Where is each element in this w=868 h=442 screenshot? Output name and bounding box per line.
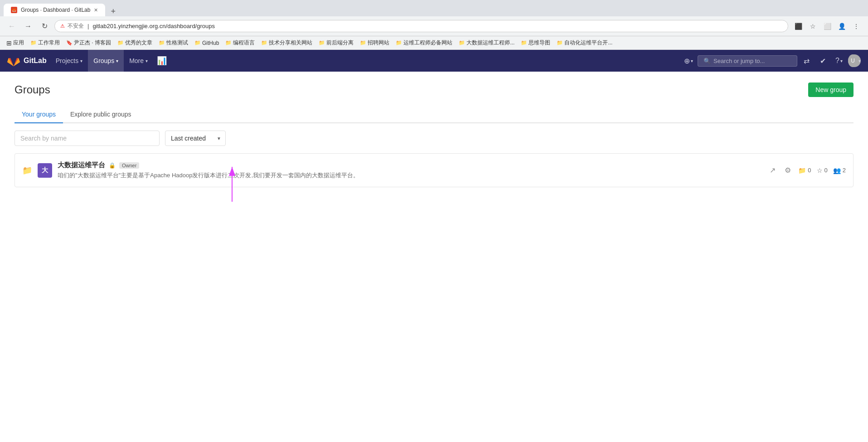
new-tab-button[interactable]: + [107, 7, 119, 16]
menu-button[interactable]: ⋮ [850, 20, 863, 33]
group-name: 大数据运维平台 [58, 161, 105, 170]
filter-bar: Last created Name Oldest created [15, 131, 853, 146]
bookmark-autoops[interactable]: 📁 自动化运维平台开... [554, 38, 615, 48]
bookmark-frontend[interactable]: 📁 前后端分离 [316, 38, 356, 48]
new-group-button[interactable]: New group [808, 83, 853, 97]
sort-dropdown[interactable]: Last created Name Oldest created [165, 131, 226, 146]
main-content: Groups New group Your groups Explore pub… [0, 72, 868, 202]
translate-button[interactable]: ⬛ [792, 20, 805, 33]
activity-icon[interactable]: 📊 [157, 56, 167, 66]
bookmarks-bar: ⊞ 应用 📁 工作常用 🔖 尹正杰 · 博客园 📁 优秀的文章 📁 性格测试 📁… [0, 36, 868, 50]
projects-stat: 📁 0 [798, 167, 811, 174]
tab-title: Groups · Dashboard · GitLab [21, 7, 90, 13]
tab-explore-public[interactable]: Explore public groups [63, 106, 139, 123]
nav-icons-right: ⊕ ▾ 🔍 ⇄ ✔ ? ▾ U ▾ [681, 53, 861, 68]
bookmark-personality[interactable]: 📁 性格测试 [156, 38, 191, 48]
bookmark-tech[interactable]: 📁 技术分享相关网站 [258, 38, 315, 48]
bookmark-ops[interactable]: 📁 运维工程师必备网站 [393, 38, 455, 48]
lock-icon: 🔒 [109, 162, 116, 169]
forward-button[interactable]: → [22, 20, 34, 33]
search-input[interactable] [713, 58, 791, 64]
gitlab-logo-icon [7, 54, 20, 67]
more-menu[interactable]: More ▾ [124, 50, 153, 72]
browser-toolbar: ← → ↻ ⚠ 不安全 | gitlab201.yinzhengjie.org.… [0, 16, 868, 36]
todos-button[interactable]: ✔ [815, 53, 830, 68]
bookmark-button[interactable]: ☆ [806, 20, 819, 33]
bookmark-bigdata[interactable]: 📁 大数据运维工程师... [456, 38, 517, 48]
members-icon: 👥 [833, 167, 841, 174]
merge-requests-button[interactable]: ⇄ [799, 53, 814, 68]
projects-menu[interactable]: Projects ▾ [50, 50, 88, 72]
groups-arrow: ▾ [116, 58, 118, 63]
security-icon: ⚠ [60, 23, 65, 29]
help-button[interactable]: ? ▾ [832, 53, 846, 68]
url-text: gitlab201.yinzhengjie.org.cn/dashboard/g… [92, 23, 215, 29]
browser-chrome: 🦊 Groups · Dashboard · GitLab ✕ + ← → ↻ … [0, 0, 868, 50]
gitlab-logo[interactable]: GitLab [7, 54, 47, 67]
url-separator: | [87, 23, 89, 29]
avatar-image: U [848, 54, 858, 67]
page-header: Groups New group [15, 83, 853, 97]
group-item[interactable]: 📁 大 大数据运维平台 🔒 Owner 咱们的"大数据运维平台"主要是基于Apa… [15, 153, 853, 187]
gitlab-logo-text: GitLab [24, 57, 47, 65]
more-arrow: ▾ [145, 58, 148, 63]
bookmark-articles[interactable]: 📁 优秀的文章 [115, 38, 155, 48]
sort-dropdown-wrapper: Last created Name Oldest created [165, 131, 226, 146]
bookmark-work[interactable]: 📁 工作常用 [28, 38, 63, 48]
active-tab[interactable]: 🦊 Groups · Dashboard · GitLab ✕ [4, 4, 105, 16]
address-bar[interactable]: ⚠ 不安全 | gitlab201.yinzhengjie.org.cn/das… [54, 20, 788, 32]
group-description: 咱们的"大数据运维平台"主要是基于Apache Hadoop发行版本进行二次开发… [58, 171, 762, 180]
groups-menu[interactable]: Groups ▾ [88, 50, 124, 72]
page-title: Groups [15, 83, 50, 96]
projects-count: 0 [808, 167, 811, 174]
group-info: 大数据运维平台 🔒 Owner 咱们的"大数据运维平台"主要是基于Apache … [58, 161, 762, 180]
bookmark-programming[interactable]: 📁 编程语言 [223, 38, 257, 48]
members-count: 2 [843, 167, 846, 174]
folder-icon: 📁 [22, 165, 32, 175]
group-name-row: 大数据运维平台 🔒 Owner [58, 161, 762, 170]
bookmark-apps[interactable]: ⊞ 应用 [4, 38, 27, 48]
plus-button[interactable]: ⊕ ▾ [681, 53, 696, 68]
bookmark-blog[interactable]: 🔖 尹正杰 · 博客园 [63, 38, 114, 48]
global-search[interactable]: 🔍 [698, 55, 797, 67]
back-button[interactable]: ← [5, 20, 18, 33]
bookmark-jobs[interactable]: 📁 招聘网站 [357, 38, 392, 48]
projects-icon: 📁 [798, 167, 806, 174]
reload-button[interactable]: ↻ [38, 20, 51, 33]
tab-favicon: 🦊 [11, 7, 17, 13]
projects-arrow: ▾ [80, 58, 82, 63]
browser-actions: ⬛ ☆ ⬜ 👤 ⋮ [792, 20, 863, 33]
starred-count: 0 [824, 167, 828, 174]
content-wrapper: 📁 大 大数据运维平台 🔒 Owner 咱们的"大数据运维平台"主要是基于Apa… [15, 153, 853, 187]
extension-button[interactable]: ⬜ [821, 20, 834, 33]
user-avatar[interactable]: U ▾ [848, 54, 861, 67]
tab-bar: 🦊 Groups · Dashboard · GitLab ✕ + [0, 0, 868, 16]
group-actions: ↗ ⚙ 📁 0 ☆ 0 👥 2 [768, 164, 846, 176]
starred-stat: ☆ 0 [817, 167, 828, 174]
security-label: 不安全 [68, 22, 84, 30]
profile-button[interactable]: 👤 [835, 20, 848, 33]
settings-icon[interactable]: ⚙ [783, 164, 793, 176]
share-icon[interactable]: ↗ [768, 164, 777, 176]
members-stat: 👥 2 [833, 167, 846, 174]
tab-close-button[interactable]: ✕ [94, 7, 98, 13]
bookmark-mindmap[interactable]: 📁 思维导图 [518, 38, 553, 48]
groups-tabs: Your groups Explore public groups [15, 106, 853, 123]
gitlab-navbar: GitLab Projects ▾ Groups ▾ More ▾ 📊 ⊕ ▾ … [0, 50, 868, 72]
star-icon: ☆ [817, 167, 823, 174]
tab-your-groups[interactable]: Your groups [15, 106, 63, 123]
owner-badge: Owner [119, 162, 139, 169]
bookmark-github[interactable]: 📁 GitHub [192, 39, 222, 47]
group-avatar: 大 [38, 163, 52, 178]
group-search-input[interactable] [15, 131, 160, 146]
